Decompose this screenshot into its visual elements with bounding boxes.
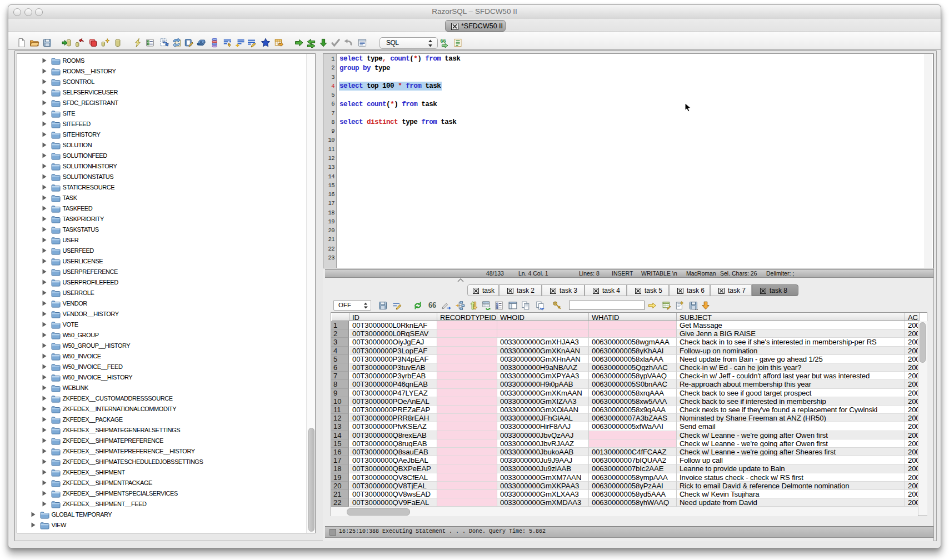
- svg-text:66: 66: [428, 301, 436, 309]
- svg-text:66: 66: [441, 38, 446, 44]
